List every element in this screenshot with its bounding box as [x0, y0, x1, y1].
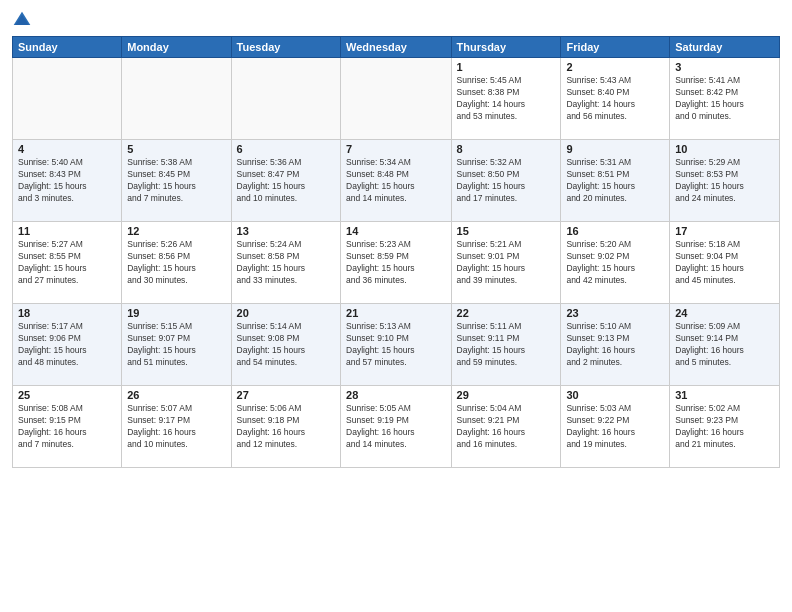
- day-number: 10: [675, 143, 774, 155]
- logo-icon: [12, 10, 32, 30]
- day-cell: 13Sunrise: 5:24 AM Sunset: 8:58 PM Dayli…: [231, 222, 340, 304]
- day-cell: 17Sunrise: 5:18 AM Sunset: 9:04 PM Dayli…: [670, 222, 780, 304]
- day-number: 19: [127, 307, 225, 319]
- day-cell: 19Sunrise: 5:15 AM Sunset: 9:07 PM Dayli…: [122, 304, 231, 386]
- day-cell: 18Sunrise: 5:17 AM Sunset: 9:06 PM Dayli…: [13, 304, 122, 386]
- day-cell: 24Sunrise: 5:09 AM Sunset: 9:14 PM Dayli…: [670, 304, 780, 386]
- week-row-4: 18Sunrise: 5:17 AM Sunset: 9:06 PM Dayli…: [13, 304, 780, 386]
- day-info: Sunrise: 5:02 AM Sunset: 9:23 PM Dayligh…: [675, 403, 774, 451]
- day-cell: 10Sunrise: 5:29 AM Sunset: 8:53 PM Dayli…: [670, 140, 780, 222]
- day-cell: 12Sunrise: 5:26 AM Sunset: 8:56 PM Dayli…: [122, 222, 231, 304]
- day-number: 7: [346, 143, 446, 155]
- day-cell: 1Sunrise: 5:45 AM Sunset: 8:38 PM Daylig…: [451, 58, 561, 140]
- day-number: 22: [457, 307, 556, 319]
- column-header-tuesday: Tuesday: [231, 37, 340, 58]
- day-info: Sunrise: 5:43 AM Sunset: 8:40 PM Dayligh…: [566, 75, 664, 123]
- day-info: Sunrise: 5:09 AM Sunset: 9:14 PM Dayligh…: [675, 321, 774, 369]
- day-info: Sunrise: 5:05 AM Sunset: 9:19 PM Dayligh…: [346, 403, 446, 451]
- day-number: 17: [675, 225, 774, 237]
- day-info: Sunrise: 5:38 AM Sunset: 8:45 PM Dayligh…: [127, 157, 225, 205]
- day-info: Sunrise: 5:31 AM Sunset: 8:51 PM Dayligh…: [566, 157, 664, 205]
- day-cell: 29Sunrise: 5:04 AM Sunset: 9:21 PM Dayli…: [451, 386, 561, 468]
- column-header-saturday: Saturday: [670, 37, 780, 58]
- day-info: Sunrise: 5:21 AM Sunset: 9:01 PM Dayligh…: [457, 239, 556, 287]
- day-number: 16: [566, 225, 664, 237]
- day-number: 15: [457, 225, 556, 237]
- header-row: SundayMondayTuesdayWednesdayThursdayFrid…: [13, 37, 780, 58]
- day-number: 24: [675, 307, 774, 319]
- day-info: Sunrise: 5:40 AM Sunset: 8:43 PM Dayligh…: [18, 157, 116, 205]
- day-info: Sunrise: 5:24 AM Sunset: 8:58 PM Dayligh…: [237, 239, 335, 287]
- day-number: 28: [346, 389, 446, 401]
- day-number: 20: [237, 307, 335, 319]
- day-number: 29: [457, 389, 556, 401]
- day-cell: 23Sunrise: 5:10 AM Sunset: 9:13 PM Dayli…: [561, 304, 670, 386]
- day-cell: 3Sunrise: 5:41 AM Sunset: 8:42 PM Daylig…: [670, 58, 780, 140]
- week-row-2: 4Sunrise: 5:40 AM Sunset: 8:43 PM Daylig…: [13, 140, 780, 222]
- day-number: 1: [457, 61, 556, 73]
- calendar: SundayMondayTuesdayWednesdayThursdayFrid…: [12, 36, 780, 468]
- day-number: 30: [566, 389, 664, 401]
- day-cell: 16Sunrise: 5:20 AM Sunset: 9:02 PM Dayli…: [561, 222, 670, 304]
- day-cell: 5Sunrise: 5:38 AM Sunset: 8:45 PM Daylig…: [122, 140, 231, 222]
- day-number: 11: [18, 225, 116, 237]
- day-cell: 8Sunrise: 5:32 AM Sunset: 8:50 PM Daylig…: [451, 140, 561, 222]
- day-number: 31: [675, 389, 774, 401]
- day-info: Sunrise: 5:14 AM Sunset: 9:08 PM Dayligh…: [237, 321, 335, 369]
- logo: [12, 10, 34, 30]
- day-info: Sunrise: 5:26 AM Sunset: 8:56 PM Dayligh…: [127, 239, 225, 287]
- day-number: 27: [237, 389, 335, 401]
- day-cell: [13, 58, 122, 140]
- day-cell: 28Sunrise: 5:05 AM Sunset: 9:19 PM Dayli…: [341, 386, 452, 468]
- day-info: Sunrise: 5:13 AM Sunset: 9:10 PM Dayligh…: [346, 321, 446, 369]
- day-info: Sunrise: 5:20 AM Sunset: 9:02 PM Dayligh…: [566, 239, 664, 287]
- day-cell: 21Sunrise: 5:13 AM Sunset: 9:10 PM Dayli…: [341, 304, 452, 386]
- day-info: Sunrise: 5:41 AM Sunset: 8:42 PM Dayligh…: [675, 75, 774, 123]
- day-cell: [341, 58, 452, 140]
- day-info: Sunrise: 5:06 AM Sunset: 9:18 PM Dayligh…: [237, 403, 335, 451]
- day-number: 21: [346, 307, 446, 319]
- day-info: Sunrise: 5:32 AM Sunset: 8:50 PM Dayligh…: [457, 157, 556, 205]
- day-info: Sunrise: 5:11 AM Sunset: 9:11 PM Dayligh…: [457, 321, 556, 369]
- day-cell: 7Sunrise: 5:34 AM Sunset: 8:48 PM Daylig…: [341, 140, 452, 222]
- day-number: 4: [18, 143, 116, 155]
- day-cell: 2Sunrise: 5:43 AM Sunset: 8:40 PM Daylig…: [561, 58, 670, 140]
- header: [12, 10, 780, 30]
- day-cell: 27Sunrise: 5:06 AM Sunset: 9:18 PM Dayli…: [231, 386, 340, 468]
- week-row-1: 1Sunrise: 5:45 AM Sunset: 8:38 PM Daylig…: [13, 58, 780, 140]
- day-cell: 4Sunrise: 5:40 AM Sunset: 8:43 PM Daylig…: [13, 140, 122, 222]
- day-number: 2: [566, 61, 664, 73]
- day-info: Sunrise: 5:10 AM Sunset: 9:13 PM Dayligh…: [566, 321, 664, 369]
- column-header-monday: Monday: [122, 37, 231, 58]
- column-header-sunday: Sunday: [13, 37, 122, 58]
- day-info: Sunrise: 5:36 AM Sunset: 8:47 PM Dayligh…: [237, 157, 335, 205]
- day-cell: 11Sunrise: 5:27 AM Sunset: 8:55 PM Dayli…: [13, 222, 122, 304]
- week-row-5: 25Sunrise: 5:08 AM Sunset: 9:15 PM Dayli…: [13, 386, 780, 468]
- day-number: 6: [237, 143, 335, 155]
- day-number: 14: [346, 225, 446, 237]
- day-cell: 14Sunrise: 5:23 AM Sunset: 8:59 PM Dayli…: [341, 222, 452, 304]
- week-row-3: 11Sunrise: 5:27 AM Sunset: 8:55 PM Dayli…: [13, 222, 780, 304]
- day-number: 8: [457, 143, 556, 155]
- column-header-thursday: Thursday: [451, 37, 561, 58]
- day-info: Sunrise: 5:27 AM Sunset: 8:55 PM Dayligh…: [18, 239, 116, 287]
- day-cell: 6Sunrise: 5:36 AM Sunset: 8:47 PM Daylig…: [231, 140, 340, 222]
- day-number: 3: [675, 61, 774, 73]
- day-number: 13: [237, 225, 335, 237]
- day-number: 25: [18, 389, 116, 401]
- day-info: Sunrise: 5:03 AM Sunset: 9:22 PM Dayligh…: [566, 403, 664, 451]
- day-info: Sunrise: 5:34 AM Sunset: 8:48 PM Dayligh…: [346, 157, 446, 205]
- day-info: Sunrise: 5:17 AM Sunset: 9:06 PM Dayligh…: [18, 321, 116, 369]
- day-cell: 30Sunrise: 5:03 AM Sunset: 9:22 PM Dayli…: [561, 386, 670, 468]
- day-number: 18: [18, 307, 116, 319]
- day-info: Sunrise: 5:04 AM Sunset: 9:21 PM Dayligh…: [457, 403, 556, 451]
- day-cell: 26Sunrise: 5:07 AM Sunset: 9:17 PM Dayli…: [122, 386, 231, 468]
- day-cell: 15Sunrise: 5:21 AM Sunset: 9:01 PM Dayli…: [451, 222, 561, 304]
- day-cell: 25Sunrise: 5:08 AM Sunset: 9:15 PM Dayli…: [13, 386, 122, 468]
- day-info: Sunrise: 5:18 AM Sunset: 9:04 PM Dayligh…: [675, 239, 774, 287]
- day-cell: 31Sunrise: 5:02 AM Sunset: 9:23 PM Dayli…: [670, 386, 780, 468]
- day-cell: [231, 58, 340, 140]
- column-header-friday: Friday: [561, 37, 670, 58]
- day-number: 26: [127, 389, 225, 401]
- day-number: 5: [127, 143, 225, 155]
